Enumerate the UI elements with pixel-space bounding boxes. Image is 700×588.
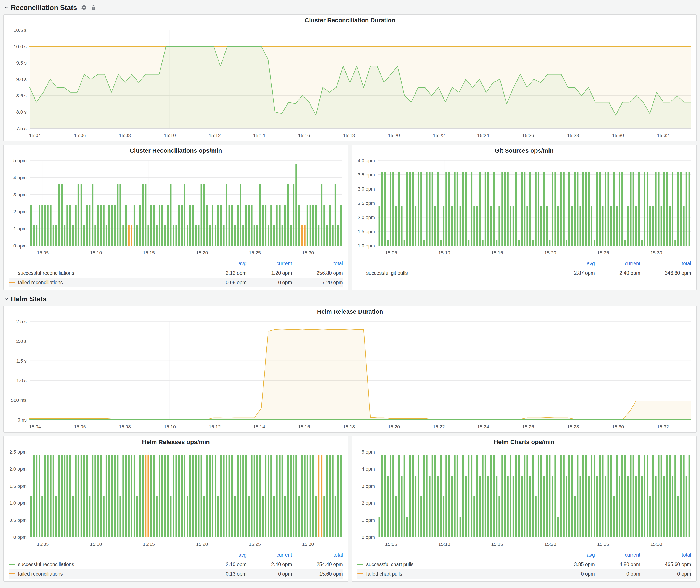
svg-text:2 opm: 2 opm: [13, 209, 27, 214]
legend-helm-charts: avg current total successful chart pulls…: [352, 550, 696, 581]
svg-text:1.5 opm: 1.5 opm: [358, 229, 375, 234]
chevron-down-icon: [3, 296, 9, 302]
helm-releases-chart[interactable]: 0 opm0.5 opm1.0 opm1.5 opm2.0 opm2.5 opm…: [4, 448, 348, 550]
svg-text:15:26: 15:26: [522, 424, 534, 430]
svg-text:15:20: 15:20: [544, 541, 556, 547]
section-header-reconciliation-stats[interactable]: Reconciliation Stats: [3, 2, 697, 13]
svg-text:15:10: 15:10: [90, 541, 102, 547]
cluster-reconciliations-chart[interactable]: 0 opm1 opm2 opm3 opm4 opm5 opm15:0515:10…: [4, 157, 348, 258]
legend-cluster-reconciliations: avg current total successful reconciliat…: [4, 258, 348, 290]
legend-col-current[interactable]: current: [247, 552, 292, 558]
panel-cluster-reconciliations-opm: Cluster Reconciliations ops/min 0 opm1 o…: [3, 145, 348, 290]
svg-text:8.0 s: 8.0 s: [16, 109, 27, 115]
git-sources-chart[interactable]: 1.0 opm1.5 opm2.0 opm2.5 opm3.0 opm3.5 o…: [352, 157, 696, 258]
panel-helm-releases-opm: Helm Releases ops/min 0 opm0.5 opm1.0 op…: [3, 436, 348, 582]
svg-text:0 ns: 0 ns: [18, 417, 27, 423]
svg-text:2.0 opm: 2.0 opm: [10, 466, 27, 472]
panel-title-helm-charts-opm[interactable]: Helm Charts ops/min: [352, 436, 696, 448]
legend-total-value: 346.80 opm: [640, 270, 691, 276]
legend-row-failed-chart-pulls: failed chart pulls 0 opm 0 opm 0 opm: [357, 569, 691, 579]
svg-text:15:30: 15:30: [302, 541, 314, 547]
series-label[interactable]: failed reconciliations: [18, 571, 63, 577]
svg-text:15:05: 15:05: [37, 541, 49, 547]
legend-current-value: 0 opm: [247, 571, 292, 577]
svg-text:15:22: 15:22: [433, 133, 445, 138]
legend-col-current[interactable]: current: [595, 552, 640, 558]
svg-text:8.5 s: 8.5 s: [16, 93, 27, 99]
legend-col-total[interactable]: total: [292, 552, 343, 558]
panel-title-helm-releases-opm[interactable]: Helm Releases ops/min: [4, 436, 348, 448]
svg-text:15:10: 15:10: [438, 541, 450, 547]
svg-text:15:16: 15:16: [298, 424, 310, 430]
svg-text:15:24: 15:24: [477, 133, 489, 138]
svg-text:3 opm: 3 opm: [362, 483, 375, 489]
cluster-reconciliation-duration-chart[interactable]: 7.5 s8.0 s8.5 s9.0 s9.5 s10.0 s10.5 s15:…: [4, 26, 696, 141]
svg-text:15:05: 15:05: [385, 541, 397, 547]
legend-col-avg[interactable]: avg: [201, 552, 247, 558]
legend-current-value: 1.20 opm: [247, 270, 292, 276]
svg-text:10.0 s: 10.0 s: [14, 44, 27, 49]
series-label[interactable]: failed reconciliations: [18, 280, 63, 286]
svg-text:0 opm: 0 opm: [13, 535, 27, 540]
panel-title-git-sources-opm[interactable]: Git Sources ops/min: [352, 145, 696, 157]
section-header-helm-stats[interactable]: Helm Stats: [3, 294, 697, 304]
svg-text:15:30: 15:30: [650, 541, 662, 547]
legend-avg-value: 0.06 opm: [201, 280, 247, 286]
svg-text:15:15: 15:15: [491, 250, 503, 255]
legend-col-avg[interactable]: avg: [549, 261, 595, 267]
series-label[interactable]: successful chart pulls: [366, 562, 414, 567]
legend-col-total[interactable]: total: [640, 261, 691, 267]
panel-cluster-reconciliation-duration: Cluster Reconciliation Duration 7.5 s8.0…: [3, 14, 697, 141]
panel-title-cluster-reconciliation-duration[interactable]: Cluster Reconciliation Duration: [4, 15, 696, 26]
svg-text:1 opm: 1 opm: [362, 517, 375, 523]
legend-helm-releases: avg current total successful reconciliat…: [4, 550, 348, 581]
helm-charts-chart[interactable]: 0 opm1 opm2 opm3 opm4 opm5 opm15:0515:10…: [352, 448, 696, 550]
svg-text:15:32: 15:32: [657, 133, 669, 138]
legend-current-value: 4.80 opm: [595, 562, 640, 567]
svg-text:15:22: 15:22: [433, 424, 445, 430]
svg-text:15:15: 15:15: [143, 541, 155, 547]
svg-text:15:08: 15:08: [119, 424, 131, 430]
svg-text:15:16: 15:16: [298, 133, 310, 138]
series-label[interactable]: successful git pulls: [366, 270, 408, 276]
svg-text:15:05: 15:05: [385, 250, 397, 255]
panel-title-cluster-reconciliations-opm[interactable]: Cluster Reconciliations ops/min: [4, 145, 348, 157]
legend-header: avg current total: [9, 259, 343, 268]
legend-total-value: 254.40 opm: [292, 562, 343, 567]
chevron-down-icon: [3, 5, 9, 10]
helm-release-duration-chart[interactable]: 0 ns500 ms1.0 s1.5 s2.0 s2.5 s15:0415:06…: [4, 318, 696, 432]
svg-text:15:18: 15:18: [343, 424, 355, 430]
legend-col-current[interactable]: current: [247, 261, 292, 267]
svg-text:10.5 s: 10.5 s: [14, 27, 27, 33]
legend-total-value: 15.60 opm: [292, 571, 343, 577]
legend-current-value: 2.40 opm: [595, 270, 640, 276]
legend-col-avg[interactable]: avg: [201, 261, 247, 267]
panel-title-helm-release-duration[interactable]: Helm Release Duration: [4, 306, 696, 318]
svg-text:15:32: 15:32: [657, 424, 669, 430]
legend-col-total[interactable]: total: [292, 261, 343, 267]
series-label[interactable]: successful reconciliations: [18, 562, 74, 567]
svg-text:0 opm: 0 opm: [13, 243, 27, 249]
legend-col-avg[interactable]: avg: [549, 552, 595, 558]
legend-col-total[interactable]: total: [640, 552, 691, 558]
svg-text:15:26: 15:26: [522, 133, 534, 138]
svg-text:15:14: 15:14: [253, 424, 265, 430]
svg-text:3.0 opm: 3.0 opm: [358, 186, 375, 192]
trash-icon[interactable]: [90, 5, 97, 11]
svg-text:1.0 opm: 1.0 opm: [358, 243, 375, 249]
row-reconciliation-panels: Cluster Reconciliations ops/min 0 opm1 o…: [3, 145, 697, 294]
series-marker-green: [357, 273, 363, 273]
series-label[interactable]: successful reconciliations: [18, 270, 74, 276]
svg-text:15:10: 15:10: [438, 250, 450, 255]
svg-text:7.5 s: 7.5 s: [16, 126, 27, 131]
panel-helm-charts-opm: Helm Charts ops/min 0 opm1 opm2 opm3 opm…: [352, 436, 697, 582]
legend-avg-value: 3.85 opm: [549, 562, 595, 567]
series-label[interactable]: failed chart pulls: [366, 571, 402, 577]
svg-text:4.0 opm: 4.0 opm: [358, 158, 375, 163]
legend-header: avg current total: [357, 259, 691, 268]
legend-col-current[interactable]: current: [595, 261, 640, 267]
svg-text:15:28: 15:28: [567, 424, 579, 430]
gear-icon[interactable]: [81, 5, 87, 11]
legend-row-successful-reconciliations: successful reconciliations 2.12 opm 1.20…: [9, 268, 343, 278]
svg-text:1.0 opm: 1.0 opm: [10, 500, 27, 506]
